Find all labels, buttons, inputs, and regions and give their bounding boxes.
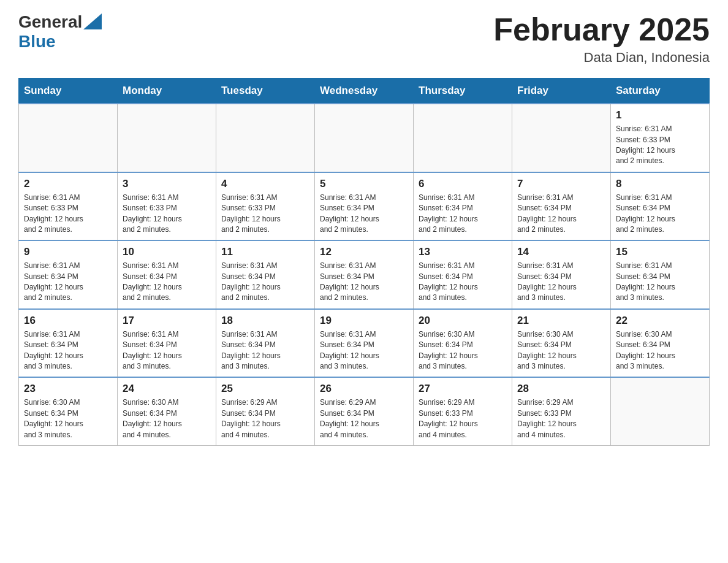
day-info: Sunrise: 6:31 AM Sunset: 6:34 PM Dayligh… bbox=[517, 261, 605, 304]
logo-general-text: General bbox=[18, 12, 82, 32]
weekday-header-monday: Monday bbox=[118, 79, 216, 104]
calendar-cell: 1Sunrise: 6:31 AM Sunset: 6:33 PM Daylig… bbox=[611, 104, 710, 172]
weekday-header-tuesday: Tuesday bbox=[216, 79, 315, 104]
calendar-cell: 25Sunrise: 6:29 AM Sunset: 6:34 PM Dayli… bbox=[216, 377, 315, 445]
day-info: Sunrise: 6:29 AM Sunset: 6:34 PM Dayligh… bbox=[320, 397, 408, 440]
weekday-header-wednesday: Wednesday bbox=[315, 79, 414, 104]
weekday-header-saturday: Saturday bbox=[611, 79, 710, 104]
day-info: Sunrise: 6:31 AM Sunset: 6:34 PM Dayligh… bbox=[616, 193, 704, 236]
calendar-cell: 11Sunrise: 6:31 AM Sunset: 6:34 PM Dayli… bbox=[216, 240, 315, 309]
calendar-cell: 5Sunrise: 6:31 AM Sunset: 6:34 PM Daylig… bbox=[315, 172, 414, 241]
day-info: Sunrise: 6:29 AM Sunset: 6:33 PM Dayligh… bbox=[517, 397, 605, 440]
day-number: 12 bbox=[320, 246, 408, 258]
day-info: Sunrise: 6:31 AM Sunset: 6:34 PM Dayligh… bbox=[419, 193, 507, 236]
day-number: 8 bbox=[616, 178, 704, 190]
calendar-cell bbox=[512, 104, 611, 172]
calendar-cell: 23Sunrise: 6:30 AM Sunset: 6:34 PM Dayli… bbox=[19, 377, 118, 445]
day-number: 7 bbox=[517, 178, 605, 190]
logo-blue-text: Blue bbox=[18, 32, 56, 52]
day-info: Sunrise: 6:30 AM Sunset: 6:34 PM Dayligh… bbox=[123, 397, 211, 440]
calendar-cell: 6Sunrise: 6:31 AM Sunset: 6:34 PM Daylig… bbox=[414, 172, 512, 241]
day-number: 11 bbox=[221, 246, 309, 258]
calendar-cell: 18Sunrise: 6:31 AM Sunset: 6:34 PM Dayli… bbox=[216, 309, 315, 378]
calendar-cell: 14Sunrise: 6:31 AM Sunset: 6:34 PM Dayli… bbox=[512, 240, 611, 309]
title-section: February 2025 Data Dian, Indonesia bbox=[493, 12, 710, 66]
day-number: 21 bbox=[517, 315, 605, 327]
day-number: 15 bbox=[616, 246, 704, 258]
calendar-table: SundayMondayTuesdayWednesdayThursdayFrid… bbox=[18, 78, 710, 446]
logo: General Blue bbox=[18, 12, 102, 52]
day-info: Sunrise: 6:31 AM Sunset: 6:34 PM Dayligh… bbox=[419, 261, 507, 304]
day-number: 25 bbox=[221, 383, 309, 395]
calendar-cell bbox=[414, 104, 512, 172]
day-number: 20 bbox=[419, 315, 507, 327]
calendar-cell bbox=[118, 104, 216, 172]
day-info: Sunrise: 6:31 AM Sunset: 6:34 PM Dayligh… bbox=[24, 329, 112, 372]
day-number: 13 bbox=[419, 246, 507, 258]
week-row-4: 16Sunrise: 6:31 AM Sunset: 6:34 PM Dayli… bbox=[19, 309, 710, 378]
day-number: 14 bbox=[517, 246, 605, 258]
calendar-cell: 19Sunrise: 6:31 AM Sunset: 6:34 PM Dayli… bbox=[315, 309, 414, 378]
calendar-cell: 28Sunrise: 6:29 AM Sunset: 6:33 PM Dayli… bbox=[512, 377, 611, 445]
calendar-cell: 10Sunrise: 6:31 AM Sunset: 6:34 PM Dayli… bbox=[118, 240, 216, 309]
day-info: Sunrise: 6:29 AM Sunset: 6:33 PM Dayligh… bbox=[419, 397, 507, 440]
day-number: 26 bbox=[320, 383, 408, 395]
day-number: 10 bbox=[123, 246, 211, 258]
calendar-cell: 12Sunrise: 6:31 AM Sunset: 6:34 PM Dayli… bbox=[315, 240, 414, 309]
day-info: Sunrise: 6:31 AM Sunset: 6:34 PM Dayligh… bbox=[616, 261, 704, 304]
calendar-cell: 7Sunrise: 6:31 AM Sunset: 6:34 PM Daylig… bbox=[512, 172, 611, 241]
day-info: Sunrise: 6:31 AM Sunset: 6:34 PM Dayligh… bbox=[123, 261, 211, 304]
day-number: 24 bbox=[123, 383, 211, 395]
day-number: 23 bbox=[24, 383, 112, 395]
day-info: Sunrise: 6:31 AM Sunset: 6:34 PM Dayligh… bbox=[123, 329, 211, 372]
day-number: 6 bbox=[419, 178, 507, 190]
calendar-cell bbox=[315, 104, 414, 172]
calendar-cell: 20Sunrise: 6:30 AM Sunset: 6:34 PM Dayli… bbox=[414, 309, 512, 378]
day-number: 2 bbox=[24, 178, 112, 190]
day-number: 3 bbox=[123, 178, 211, 190]
day-info: Sunrise: 6:29 AM Sunset: 6:34 PM Dayligh… bbox=[221, 397, 309, 440]
day-number: 22 bbox=[616, 315, 704, 327]
day-number: 5 bbox=[320, 178, 408, 190]
day-info: Sunrise: 6:31 AM Sunset: 6:34 PM Dayligh… bbox=[320, 329, 408, 372]
calendar-cell: 3Sunrise: 6:31 AM Sunset: 6:33 PM Daylig… bbox=[118, 172, 216, 241]
day-info: Sunrise: 6:30 AM Sunset: 6:34 PM Dayligh… bbox=[517, 329, 605, 372]
day-info: Sunrise: 6:30 AM Sunset: 6:34 PM Dayligh… bbox=[24, 397, 112, 440]
calendar-cell bbox=[611, 377, 710, 445]
page-header: General Blue February 2025 Data Dian, In… bbox=[18, 12, 710, 66]
weekday-header-row: SundayMondayTuesdayWednesdayThursdayFrid… bbox=[19, 79, 710, 104]
day-info: Sunrise: 6:31 AM Sunset: 6:34 PM Dayligh… bbox=[24, 261, 112, 304]
logo-triangle-icon bbox=[83, 13, 102, 29]
svg-marker-0 bbox=[83, 13, 102, 29]
day-number: 28 bbox=[517, 383, 605, 395]
day-info: Sunrise: 6:31 AM Sunset: 6:34 PM Dayligh… bbox=[517, 193, 605, 236]
week-row-3: 9Sunrise: 6:31 AM Sunset: 6:34 PM Daylig… bbox=[19, 240, 710, 309]
calendar-cell bbox=[19, 104, 118, 172]
day-number: 19 bbox=[320, 315, 408, 327]
day-info: Sunrise: 6:31 AM Sunset: 6:34 PM Dayligh… bbox=[221, 329, 309, 372]
calendar-cell: 16Sunrise: 6:31 AM Sunset: 6:34 PM Dayli… bbox=[19, 309, 118, 378]
calendar-cell: 22Sunrise: 6:30 AM Sunset: 6:34 PM Dayli… bbox=[611, 309, 710, 378]
calendar-cell: 8Sunrise: 6:31 AM Sunset: 6:34 PM Daylig… bbox=[611, 172, 710, 241]
calendar-cell bbox=[216, 104, 315, 172]
week-row-5: 23Sunrise: 6:30 AM Sunset: 6:34 PM Dayli… bbox=[19, 377, 710, 445]
calendar-title: February 2025 bbox=[493, 12, 710, 47]
calendar-cell: 27Sunrise: 6:29 AM Sunset: 6:33 PM Dayli… bbox=[414, 377, 512, 445]
day-number: 17 bbox=[123, 315, 211, 327]
day-info: Sunrise: 6:31 AM Sunset: 6:34 PM Dayligh… bbox=[221, 261, 309, 304]
day-number: 9 bbox=[24, 246, 112, 258]
day-info: Sunrise: 6:31 AM Sunset: 6:33 PM Dayligh… bbox=[24, 193, 112, 236]
day-info: Sunrise: 6:30 AM Sunset: 6:34 PM Dayligh… bbox=[616, 329, 704, 372]
weekday-header-friday: Friday bbox=[512, 79, 611, 104]
day-info: Sunrise: 6:31 AM Sunset: 6:34 PM Dayligh… bbox=[320, 193, 408, 236]
calendar-cell: 13Sunrise: 6:31 AM Sunset: 6:34 PM Dayli… bbox=[414, 240, 512, 309]
day-info: Sunrise: 6:31 AM Sunset: 6:33 PM Dayligh… bbox=[221, 193, 309, 236]
day-number: 1 bbox=[616, 109, 704, 121]
day-info: Sunrise: 6:30 AM Sunset: 6:34 PM Dayligh… bbox=[419, 329, 507, 372]
calendar-cell: 17Sunrise: 6:31 AM Sunset: 6:34 PM Dayli… bbox=[118, 309, 216, 378]
calendar-cell: 4Sunrise: 6:31 AM Sunset: 6:33 PM Daylig… bbox=[216, 172, 315, 241]
calendar-cell: 9Sunrise: 6:31 AM Sunset: 6:34 PM Daylig… bbox=[19, 240, 118, 309]
calendar-cell: 15Sunrise: 6:31 AM Sunset: 6:34 PM Dayli… bbox=[611, 240, 710, 309]
week-row-2: 2Sunrise: 6:31 AM Sunset: 6:33 PM Daylig… bbox=[19, 172, 710, 241]
calendar-cell: 21Sunrise: 6:30 AM Sunset: 6:34 PM Dayli… bbox=[512, 309, 611, 378]
